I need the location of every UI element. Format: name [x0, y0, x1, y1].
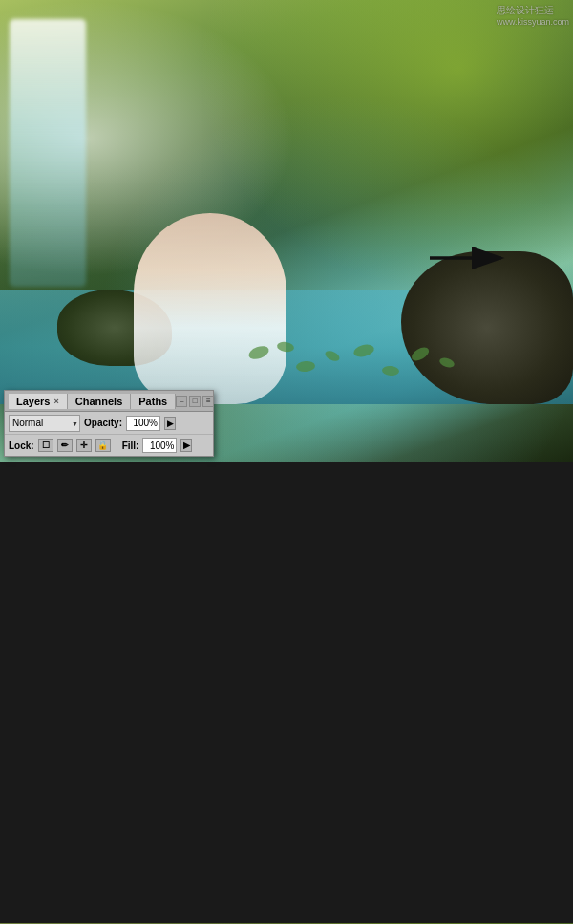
- top-minimize-btn[interactable]: –: [176, 396, 187, 407]
- top-lock-all[interactable]: 🔒: [96, 439, 111, 452]
- lily-pads-top: [239, 337, 478, 395]
- top-section: Layers × Channels Paths – □ ≡ Normal Opa…: [0, 0, 573, 462]
- watermark-line1: 思绘设计狂运: [497, 4, 569, 17]
- top-blend-select[interactable]: Normal: [9, 415, 80, 432]
- top-tab-paths[interactable]: Paths: [131, 394, 176, 409]
- top-opacity-arrow[interactable]: ▶: [164, 417, 176, 430]
- top-tab-paths-label: Paths: [138, 396, 167, 407]
- top-tab-layers-close[interactable]: ×: [53, 397, 58, 406]
- section-divider: [0, 462, 573, 463]
- top-panel-controls: – □ ≡: [176, 396, 214, 407]
- top-lock-check[interactable]: ☐: [38, 439, 53, 452]
- top-opacity-label: Opacity:: [84, 418, 122, 428]
- top-watermark: 思绘设计狂运 www.kissyuan.com: [497, 4, 569, 27]
- top-fill-arrow[interactable]: ▶: [180, 439, 192, 452]
- top-maximize-btn[interactable]: □: [189, 396, 201, 407]
- top-tab-layers[interactable]: Layers ×: [9, 394, 68, 409]
- top-panel-titlebar: Layers × Channels Paths – □ ≡: [5, 391, 213, 412]
- top-tab-channels[interactable]: Channels: [68, 394, 132, 409]
- top-tab-layers-label: Layers: [16, 396, 50, 407]
- top-opacity-input[interactable]: [126, 416, 160, 431]
- top-tab-channels-label: Channels: [75, 396, 123, 407]
- top-lock-label: Lock:: [9, 441, 34, 451]
- top-lock-row: Lock: ☐ ✏ ✛ 🔒 Fill: ▶: [5, 435, 213, 456]
- top-blend-row: Normal Opacity: ▶: [5, 412, 213, 435]
- top-fill-input[interactable]: [142, 438, 177, 453]
- waterfall-top: [10, 19, 86, 287]
- top-lock-brush[interactable]: ✏: [57, 439, 73, 452]
- watermark-line2: www.kissyuan.com: [497, 17, 569, 27]
- top-arrow-svg: [420, 239, 516, 277]
- top-fill-label: Fill:: [122, 441, 139, 451]
- top-blend-wrapper: Normal: [9, 415, 80, 432]
- top-lock-move[interactable]: ✛: [76, 439, 92, 452]
- top-arrow-annotation: [420, 239, 516, 279]
- top-menu-btn[interactable]: ≡: [202, 396, 214, 407]
- top-layers-panel: Layers × Channels Paths – □ ≡ Normal Opa…: [4, 390, 214, 457]
